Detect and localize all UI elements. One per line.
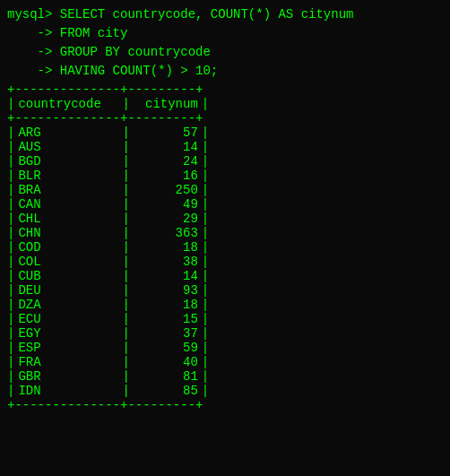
result-table: +--------------+---------+ | countrycode… (7, 82, 443, 412)
cell-countrycode: COD (14, 240, 122, 255)
query-line-4: -> HAVING COUNT(*) > 10; (7, 62, 443, 81)
table-row: |ARG|57| (7, 125, 443, 140)
cell-countrycode: CAN (14, 197, 122, 212)
cell-citynum: 15 (130, 312, 202, 326)
query-text-2: -> FROM city (7, 24, 127, 43)
terminal: mysql> SELECT countrycode, COUNT(*) AS c… (0, 0, 450, 418)
table-rows: |ARG|57||AUS|14||BGD|24||BLR|16||BRA|250… (7, 125, 443, 398)
table-row: |GBR|81| (7, 369, 443, 384)
cell-countrycode: BLR (14, 169, 122, 183)
query-text-1: mysql> SELECT countrycode, COUNT(*) AS c… (7, 5, 353, 24)
cell-countrycode: CHL (14, 212, 122, 226)
table-row: |CUB|14| (7, 269, 443, 283)
cell-countrycode: CHN (14, 226, 122, 240)
query-text-3: -> GROUP BY countrycode (7, 43, 211, 62)
header-border: +--------------+---------+ (7, 111, 443, 125)
cell-citynum: 81 (130, 369, 202, 384)
header-countrycode: countrycode (14, 97, 122, 111)
cell-citynum: 29 (130, 212, 202, 226)
table-row: |BLR|16| (7, 169, 443, 183)
query-line-3: -> GROUP BY countrycode (7, 43, 443, 62)
cell-countrycode: GBR (14, 369, 122, 384)
table-row: |COD|18| (7, 240, 443, 255)
table-row: |ECU|15| (7, 312, 443, 326)
top-border: +--------------+---------+ (7, 82, 443, 97)
table-row: |FRA|40| (7, 355, 443, 369)
cell-citynum: 85 (130, 384, 202, 398)
cell-countrycode: IDN (14, 384, 122, 398)
table-header: | countrycode | citynum | (7, 97, 443, 111)
cell-citynum: 24 (130, 154, 202, 169)
cell-countrycode: COL (14, 255, 122, 269)
cell-countrycode: ECU (14, 312, 122, 326)
table-row: |AUS|14| (7, 140, 443, 154)
cell-citynum: 93 (130, 283, 202, 298)
query-line-1: mysql> SELECT countrycode, COUNT(*) AS c… (7, 5, 443, 24)
table-row: |IDN|85| (7, 384, 443, 398)
cell-countrycode: AUS (14, 140, 122, 154)
cell-citynum: 18 (130, 298, 202, 312)
cell-citynum: 57 (130, 125, 202, 140)
cell-citynum: 18 (130, 240, 202, 255)
cell-countrycode: FRA (14, 355, 122, 369)
table-row: |DZA|18| (7, 298, 443, 312)
table-row: |DEU|93| (7, 283, 443, 298)
header-citynum: citynum (130, 97, 202, 111)
cell-countrycode: ESP (14, 341, 122, 355)
bottom-border: +--------------+---------+ (7, 398, 443, 412)
cell-citynum: 14 (130, 140, 202, 154)
query-text-4: -> HAVING COUNT(*) > 10; (7, 62, 218, 81)
cell-citynum: 37 (130, 326, 202, 341)
table-row: |CHL|29| (7, 212, 443, 226)
cell-countrycode: BGD (14, 154, 122, 169)
cell-citynum: 16 (130, 169, 202, 183)
table-row: |CHN|363| (7, 226, 443, 240)
cell-citynum: 250 (130, 183, 202, 197)
cell-citynum: 40 (130, 355, 202, 369)
table-row: |CAN|49| (7, 197, 443, 212)
cell-countrycode: ARG (14, 125, 122, 140)
cell-countrycode: DEU (14, 283, 122, 298)
query-block: mysql> SELECT countrycode, COUNT(*) AS c… (7, 5, 443, 81)
cell-citynum: 363 (130, 226, 202, 240)
cell-citynum: 49 (130, 197, 202, 212)
cell-countrycode: BRA (14, 183, 122, 197)
cell-countrycode: DZA (14, 298, 122, 312)
table-row: |EGY|37| (7, 326, 443, 341)
table-row: |COL|38| (7, 255, 443, 269)
table-row: |ESP|59| (7, 341, 443, 355)
table-row: |BRA|250| (7, 183, 443, 197)
cell-countrycode: EGY (14, 326, 122, 341)
cell-citynum: 38 (130, 255, 202, 269)
cell-citynum: 14 (130, 269, 202, 283)
table-row: |BGD|24| (7, 154, 443, 169)
cell-citynum: 59 (130, 341, 202, 355)
query-line-2: -> FROM city (7, 24, 443, 43)
cell-countrycode: CUB (14, 269, 122, 283)
